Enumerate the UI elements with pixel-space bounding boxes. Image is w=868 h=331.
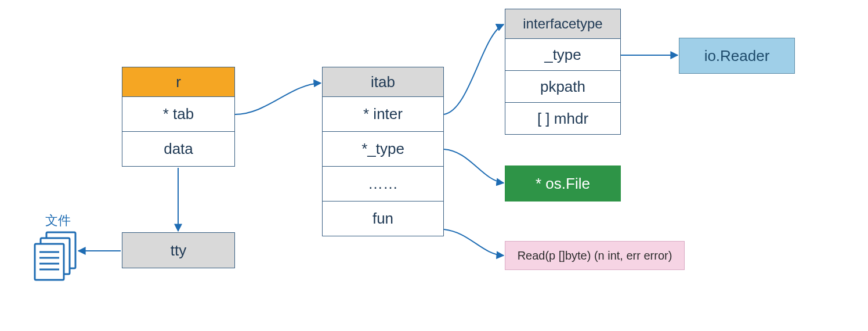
itab-field-fun: fun bbox=[322, 202, 444, 236]
itab-field-inter: * inter bbox=[322, 97, 444, 132]
interfacetype-header: interfacetype bbox=[505, 9, 621, 39]
tty-box: tty bbox=[122, 232, 235, 268]
svg-rect-0 bbox=[46, 232, 75, 268]
read-sig-box: Read(p []byte) (n int, err error) bbox=[505, 241, 685, 270]
os-file-box: * os.File bbox=[505, 166, 621, 202]
r-struct: r * tab data bbox=[122, 67, 235, 167]
itab-struct: itab * inter *_type …… fun bbox=[322, 67, 444, 236]
file-text-label: 文件 bbox=[45, 212, 71, 229]
arrow-fun-to-read bbox=[444, 229, 504, 256]
r-field-data: data bbox=[122, 132, 235, 167]
interfacetype-field-type: _type bbox=[505, 39, 621, 71]
r-field-tab: * tab bbox=[122, 97, 235, 132]
os-file-label: * os.File bbox=[536, 175, 590, 193]
arrow-inter-to-iface bbox=[444, 24, 504, 114]
interfacetype-field-pkpath: pkpath bbox=[505, 71, 621, 103]
read-sig-label: Read(p []byte) (n int, err error) bbox=[518, 249, 672, 262]
svg-rect-1 bbox=[41, 238, 70, 274]
arrow-type-to-osfile bbox=[444, 149, 504, 183]
io-reader-label: io.Reader bbox=[704, 47, 770, 65]
itab-field-type: *_type bbox=[322, 132, 444, 167]
itab-field-dots: …… bbox=[322, 167, 444, 202]
svg-rect-2 bbox=[35, 244, 64, 280]
itab-header: itab bbox=[322, 67, 444, 97]
arrow-tab-to-itab bbox=[235, 83, 321, 114]
r-header: r bbox=[122, 67, 235, 97]
interfacetype-field-mhdr: [ ] mhdr bbox=[505, 103, 621, 135]
interfacetype-struct: interfacetype _type pkpath [ ] mhdr bbox=[505, 9, 621, 135]
tty-label: tty bbox=[171, 242, 186, 260]
io-reader-box: io.Reader bbox=[679, 38, 795, 74]
